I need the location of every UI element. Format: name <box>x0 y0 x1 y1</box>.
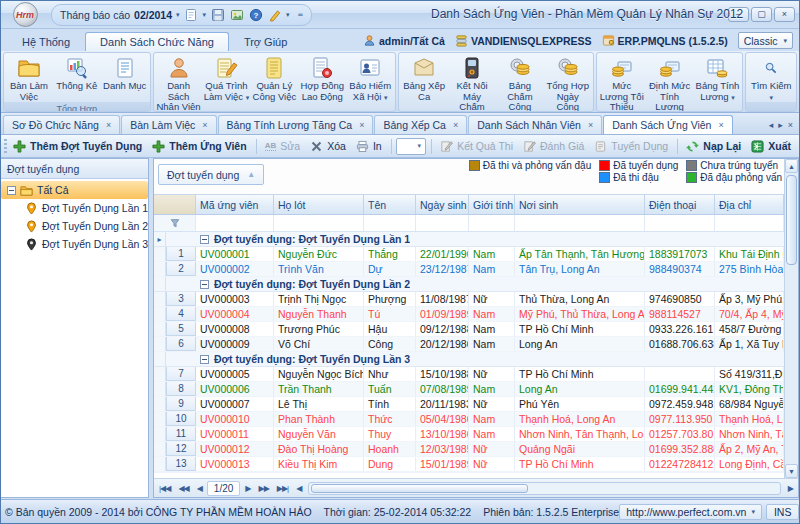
group-row-ot-tuyen-dung-lan-1[interactable]: ▸Đợt tuyển dụng: Đợt Tuyển Dụng Lần 1 <box>154 232 784 247</box>
ribbon-button-tong-hop-ngay-cong[interactable]: Tổng Hợp Ngày Công <box>544 54 592 112</box>
collapse-group-icon[interactable] <box>200 280 209 289</box>
help-icon[interactable]: ? <box>248 7 263 22</box>
document-tab-bang-tinh-luong-tang-ca[interactable]: Bảng Tính Lương Tăng Ca× <box>218 115 374 134</box>
ribbon-tab-danh-sach-chuc-nang[interactable]: Danh Sách Chức Năng <box>85 32 229 51</box>
fast-next-button[interactable]: ▶▶ <box>255 484 271 493</box>
qat-overflow-icon[interactable]: ≂ <box>298 11 304 19</box>
edit-icon[interactable] <box>267 7 282 22</box>
report-month-value[interactable]: 02/2014 <box>134 9 172 21</box>
prev-page-button[interactable]: ◀ <box>194 484 205 493</box>
tab-scroll-left-icon[interactable]: ◂ <box>769 120 774 130</box>
vertical-scrollbar[interactable]: ▲ ▼ <box>784 159 798 478</box>
save-icon[interactable] <box>210 7 225 22</box>
ribbon-button-qua-trinh-lam-viec[interactable]: Quá Trình Làm Việc ▾ <box>203 54 251 112</box>
ribbon-tab-he-thong[interactable]: Hệ Thống <box>7 32 85 51</box>
report-month-dropdown-icon[interactable]: ▾ <box>176 11 180 19</box>
hscroll-right-icon[interactable]: ▶ <box>785 484 796 493</box>
column-header-ten[interactable]: Tên <box>364 195 416 214</box>
fast-prev-button[interactable]: ◀◀ <box>175 484 191 493</box>
tree-item-tat-ca[interactable]: Tất Cả <box>1 181 148 199</box>
ribbon-button-quan-ly-cong-viec[interactable]: Quản Lý Công Việc <box>250 54 298 112</box>
collapse-group-icon[interactable] <box>200 235 209 244</box>
column-header-ma-ung-vien[interactable]: Mã ứng viên <box>196 195 274 214</box>
toolbar-button-xoa[interactable]: Xóa <box>306 138 350 155</box>
collapse-icon[interactable] <box>7 186 16 195</box>
candidate-row-UV000011[interactable]: 11UV000011Nguyễn VănThuy13/10/1986NamNhơ… <box>154 427 784 442</box>
horizontal-scrollbar[interactable] <box>308 482 781 495</box>
toolbar-button-them-ot-tuyen-dung[interactable]: Thêm Đợt Tuyển Dụng <box>9 138 146 155</box>
filter-cell-ia-chi[interactable] <box>715 215 784 231</box>
group-by-chip[interactable]: Đợt tuyển dụng▲ <box>158 164 264 185</box>
ribbon-button-danh-sach-nhan-vien[interactable]: Danh Sách Nhân Viên ▾ <box>155 54 203 112</box>
recruitment-filter-combo[interactable]: ▾ <box>396 138 426 155</box>
vertical-scroll-thumb[interactable] <box>786 175 797 265</box>
column-header-gioi-tinh[interactable]: Giới tính <box>469 195 515 214</box>
ribbon-button-ket-noi-may-cham-cong[interactable]: Kết Nối Máy Chấm Công <box>448 54 496 112</box>
candidate-row-UV000003[interactable]: 3UV000003Trịnh Thị NgọcPhượng11/08/1987N… <box>154 292 784 307</box>
next-page-button[interactable]: ▶ <box>242 484 253 493</box>
ribbon-button-muc-luong-toi-thieu[interactable]: Mức Lương Tối Thiểu <box>598 54 646 112</box>
candidate-row-UV000007[interactable]: 9UV000007Lê ThịTính20/11/1983NữPhú Yên09… <box>154 397 784 412</box>
close-tab-icon[interactable]: × <box>359 120 364 130</box>
collapse-group-icon[interactable] <box>200 355 209 364</box>
toolbar-button-xuat[interactable]: Xuất <box>747 138 795 155</box>
filter-cell-gioi-tinh[interactable] <box>469 215 515 231</box>
tab-scroll-right-icon[interactable]: ▸ <box>778 120 783 130</box>
column-header-ho-lot[interactable]: Họ lót <box>274 195 364 214</box>
filter-cell-ien-thoai[interactable] <box>645 215 715 231</box>
document-tab-danh-sach-nhan-vien[interactable]: Danh Sách Nhân Viên× <box>468 115 602 134</box>
last-page-button[interactable]: ▶▶| <box>274 484 291 493</box>
ribbon-button-danh-muc[interactable]: Danh Mục <box>101 54 149 102</box>
close-tab-icon[interactable]: × <box>718 120 723 130</box>
new-document-dropdown-icon[interactable]: ▾ <box>203 11 207 19</box>
ribbon-button-tim-kiem[interactable]: Tìm Kiếm ▾ <box>747 54 795 102</box>
filter-cell-ma-ung-vien[interactable] <box>196 215 274 231</box>
new-document-icon[interactable] <box>184 7 199 22</box>
ribbon-button-hop-ong-lao-ong[interactable]: Hợp Đồng Lao Động <box>298 54 346 112</box>
filter-cell-ngay-sinh[interactable] <box>416 215 469 231</box>
tab-close-icon[interactable]: × <box>788 120 793 130</box>
image-icon[interactable] <box>229 7 244 22</box>
filter-cell-noi-sinh[interactable] <box>515 215 645 231</box>
close-tab-icon[interactable]: × <box>453 120 458 130</box>
ribbon-tab-tro-giup[interactable]: Trợ Giúp <box>229 32 302 51</box>
ribbon-button-bang-tinh-luong[interactable]: Bảng Tính Lương ▾ <box>694 54 742 112</box>
ribbon-button-bao-hiem-xa-hoi[interactable]: Bảo Hiểm Xã Hội ▾ <box>346 54 394 112</box>
close-tab-icon[interactable]: × <box>106 120 111 130</box>
column-header-ia-chi[interactable]: Địa chỉ <box>715 195 784 214</box>
tree-item-ot-tuyen-dung-lan-3[interactable]: Đợt Tuyển Dụng Lần 3 <box>1 235 148 253</box>
candidate-row-UV000005[interactable]: 7UV000005Nguyễn Ngọc BíchNhư15/10/1988Nữ… <box>154 367 784 382</box>
close-tab-icon[interactable]: × <box>202 120 207 130</box>
document-tab-bang-xep-ca[interactable]: Bảng Xếp Ca× <box>374 115 467 134</box>
ribbon-button-bang-cham-cong-thang[interactable]: Bảng Chấm Công Tháng ▾ <box>496 54 544 112</box>
document-tab-ban-lam-viec[interactable]: Bàn Làm Việc× <box>121 115 216 134</box>
filter-cell-ho-lot[interactable] <box>274 215 364 231</box>
group-row-ot-tuyen-dung-lan-2[interactable]: Đợt tuyển dụng: Đợt Tuyển Dụng Lần 2 <box>154 277 784 292</box>
session-server[interactable]: VANDIEN\SQLEXPRESS <box>455 34 592 47</box>
ribbon-button-inh-muc-tinh-luong[interactable]: Định Mức Tính Lương <box>646 54 694 112</box>
session-app[interactable]: ERP.PMQLNS (1.5.2.5) <box>602 34 728 47</box>
document-tab-danh-sach-ung-vien[interactable]: Danh Sách Ứng Viên× <box>603 115 733 134</box>
first-page-button[interactable]: |◀◀ <box>156 484 173 493</box>
toolbar-button-in[interactable]: In <box>352 138 386 155</box>
tree-item-ot-tuyen-dung-lan-2[interactable]: Đợt Tuyển Dụng Lần 2 <box>1 217 148 235</box>
candidate-row-UV000001[interactable]: 1UV000001Nguyễn ĐứcThắng22/01/1990NamẤp … <box>154 247 784 262</box>
maximize-button[interactable]: ▢ <box>751 7 772 22</box>
hscroll-left-icon[interactable]: ◀ <box>293 484 304 493</box>
candidate-row-UV000006[interactable]: 8UV000006Trần ThanhTuấn07/08/1989NamLong… <box>154 382 784 397</box>
candidate-row-UV000009[interactable]: 6UV000009Võ ChíCông20/12/1986NamLong An0… <box>154 337 784 352</box>
website-link[interactable]: http://www.perfect.com.vn▾ <box>619 504 762 520</box>
scroll-up-icon[interactable]: ▲ <box>785 159 798 173</box>
edit-dropdown-icon[interactable]: ▾ <box>286 11 290 19</box>
horizontal-scroll-thumb[interactable] <box>311 484 527 493</box>
toolbar-button-nap-lai[interactable]: Nạp Lại <box>682 138 745 155</box>
toolbar-button-them-ung-vien[interactable]: Thêm Ứng Viên <box>148 138 250 155</box>
session-user[interactable]: admin/Tất Cả <box>363 34 445 47</box>
document-tab-so-o-chuc-nang[interactable]: Sơ Đồ Chức Năng× <box>3 115 120 134</box>
ribbon-button-bang-xep-ca[interactable]: Bảng Xếp Ca <box>400 54 448 112</box>
close-tab-icon[interactable]: × <box>588 120 593 130</box>
ribbon-button-thong-ke[interactable]: Thống Kê <box>53 54 101 102</box>
auto-filter-icon[interactable] <box>154 215 196 231</box>
candidate-row-UV000013[interactable]: 13UV000013Kiều Thị KimDung15/01/1989NữTP… <box>154 457 784 472</box>
ribbon-button-ban-lam-viec[interactable]: Bàn Làm Việc <box>5 54 53 102</box>
